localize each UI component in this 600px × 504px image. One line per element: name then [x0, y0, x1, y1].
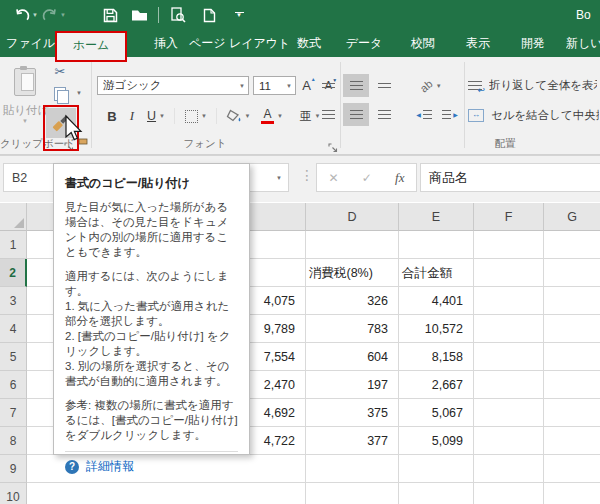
tab-view[interactable]: 表示 [457, 30, 499, 57]
cancel-button[interactable]: ✕ [329, 171, 339, 185]
select-all-icon [14, 218, 24, 228]
row-header-10[interactable]: 10 [0, 483, 27, 504]
row-header-5[interactable]: 5 [0, 343, 27, 371]
row-header-7[interactable]: 7 [0, 399, 27, 427]
row-header-8[interactable]: 8 [0, 427, 27, 455]
row-header-6[interactable]: 6 [0, 371, 27, 399]
paste-button[interactable] [4, 62, 46, 102]
fill-color-button[interactable]: ▼ [221, 104, 255, 128]
tooltip-step-3: 3. 別の場所を選択すると、その書式が自動的に適用されます。 [65, 359, 238, 389]
undo-button[interactable]: ▼ [12, 3, 40, 27]
tab-file[interactable]: ファイル [6, 30, 52, 57]
cell-D3[interactable]: 326 [305, 287, 393, 315]
merge-center-button[interactable]: ↔ セルを結合して中央揃 [468, 102, 600, 128]
align-right-button[interactable] [371, 103, 397, 126]
redo-dropdown-icon: ▼ [60, 12, 66, 18]
column-header-d[interactable]: D [305, 203, 398, 231]
underline-button[interactable]: U ▼ [142, 104, 170, 128]
row-header-4[interactable]: 4 [0, 315, 27, 343]
cell-E7[interactable]: 5,067 [398, 399, 468, 427]
font-name-dropdown-icon: ▼ [236, 83, 245, 89]
cell-E2[interactable]: 合計金額 [398, 259, 473, 287]
formula-bar-splitter[interactable]: ⋮ [300, 167, 314, 183]
tab-new-tab[interactable]: 新しいタ [566, 30, 600, 57]
align-right-icon [378, 110, 391, 119]
cell-D7[interactable]: 375 [305, 399, 393, 427]
paste-dropdown-icon[interactable]: ▼ [22, 118, 28, 124]
cell-D5[interactable]: 604 [305, 343, 393, 371]
save-button[interactable] [98, 3, 122, 27]
quick-access-toolbar: ▼ ▼ ▼ [12, 0, 249, 30]
cell-D2[interactable]: 消費税(8%) [305, 259, 398, 287]
align-top-button[interactable] [315, 74, 341, 97]
cut-button[interactable]: ✂ [48, 63, 72, 80]
enter-button[interactable]: ✓ [362, 171, 372, 185]
redo-icon [42, 8, 58, 23]
column-header-g[interactable]: G [543, 203, 600, 231]
tab-developer[interactable]: 開発 [512, 30, 554, 57]
decrease-indent-button[interactable]: ◀ [412, 103, 436, 126]
copy-dropdown-icon[interactable]: ▼ [76, 90, 82, 96]
cell-E5[interactable]: 8,158 [398, 343, 468, 371]
row-header-9[interactable]: 9 [0, 455, 27, 483]
insert-function-button[interactable]: fx [395, 170, 404, 186]
tab-home[interactable]: ホーム [57, 33, 125, 60]
align-bottom-button[interactable] [371, 74, 397, 97]
align-center-button[interactable] [343, 103, 369, 126]
fill-color-dropdown-icon: ▼ [245, 113, 251, 119]
tell-me-more-link[interactable]: 詳細情報 [86, 459, 134, 474]
italic-button[interactable]: I [124, 104, 140, 128]
clipboard-dialog-launcher[interactable] [64, 138, 74, 156]
formula-input[interactable]: 商品名 [420, 163, 600, 192]
name-box-value: B2 [4, 171, 27, 185]
cell-D6[interactable]: 197 [305, 371, 393, 399]
cell-E4[interactable]: 10,572 [398, 315, 468, 343]
row-header-1[interactable]: 1 [0, 231, 27, 259]
align-middle-button[interactable] [343, 74, 369, 97]
align-top-icon [322, 83, 335, 89]
excel-window: ▼ ▼ ▼ Bo ファ [0, 0, 600, 504]
folder-icon [131, 8, 148, 22]
tab-page-layout[interactable]: ページ レイアウト [189, 30, 275, 57]
tooltip-title: 書式のコピー/貼り付け [65, 176, 238, 191]
column-header-f[interactable]: F [473, 203, 543, 231]
select-all-button[interactable] [0, 203, 27, 231]
increase-indent-button[interactable]: ▶ [438, 103, 462, 126]
redo-button[interactable]: ▼ [40, 3, 68, 27]
gridline [473, 231, 474, 504]
borders-dropdown-icon: ▼ [201, 113, 207, 119]
tab-formulas[interactable]: 数式 [288, 30, 330, 57]
cell-D4[interactable]: 783 [305, 315, 393, 343]
orientation-button[interactable]: ab ▼ [412, 74, 450, 97]
copy-button[interactable] [48, 85, 72, 102]
tab-data[interactable]: データ [341, 30, 387, 57]
cell-D8[interactable]: 377 [305, 427, 393, 455]
font-size-select[interactable]: 11 ▼ [253, 76, 296, 95]
open-folder-button[interactable] [126, 3, 152, 27]
print-preview-button[interactable] [165, 3, 191, 27]
align-left-button[interactable] [315, 103, 341, 126]
new-document-button[interactable] [197, 3, 221, 27]
font-name-select[interactable]: 游ゴシック ▼ [97, 76, 249, 95]
title-bar: ▼ ▼ ▼ Bo [0, 0, 600, 30]
column-header-e[interactable]: E [398, 203, 473, 231]
cell-E6[interactable]: 2,667 [398, 371, 468, 399]
row-header-2[interactable]: 2 [0, 259, 27, 287]
print-preview-icon [170, 7, 186, 23]
cell-E8[interactable]: 5,099 [398, 427, 468, 455]
tab-review[interactable]: 校閲 [402, 30, 444, 57]
bold-button[interactable]: B [102, 104, 122, 128]
phonetic-guide-icon: 亜 [300, 108, 312, 125]
name-box-dropdown-icon[interactable]: ▼ [273, 175, 288, 181]
font-color-button[interactable]: A ▼ [257, 104, 287, 128]
dialog-launcher-icon [328, 143, 338, 153]
format-painter-button[interactable] [46, 108, 76, 138]
align-middle-icon [350, 81, 363, 90]
cell-E3[interactable]: 4,401 [398, 287, 468, 315]
row-header-3[interactable]: 3 [0, 287, 27, 315]
tab-insert[interactable]: 挿入 [144, 30, 188, 57]
borders-button[interactable]: ▼ [180, 104, 212, 128]
mini-separator [464, 62, 465, 148]
wrap-text-button[interactable]: ↩ 折り返して全体を表示 [468, 72, 600, 98]
customize-qat-button[interactable]: ▼ [229, 3, 249, 27]
